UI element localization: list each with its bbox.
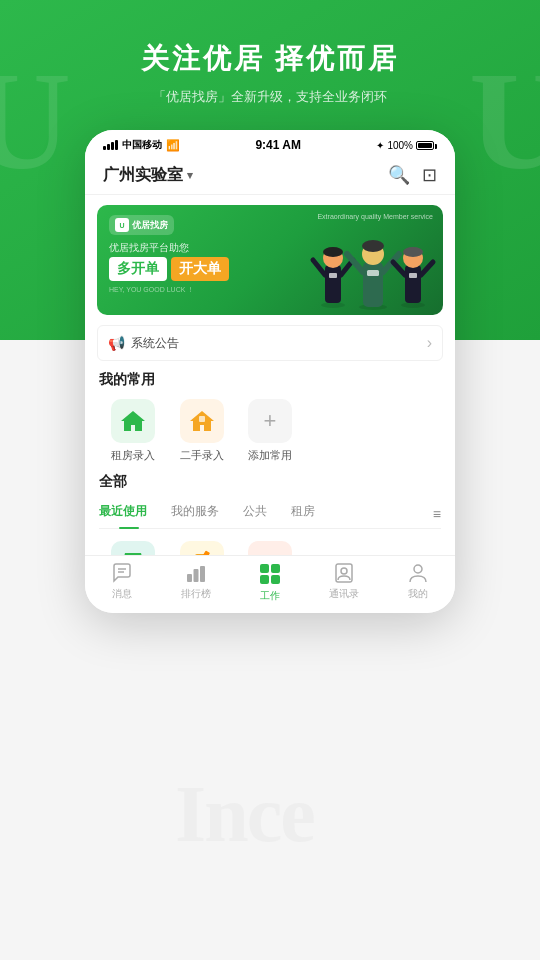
hero-subtitle: 「优居找房」全新升级，支持全业务闭环 <box>0 88 540 106</box>
svg-rect-43 <box>260 575 269 584</box>
more-tabs-icon[interactable]: ≡ <box>433 506 441 522</box>
svg-line-18 <box>421 262 433 275</box>
tab-public[interactable]: 公共 <box>231 499 279 528</box>
svg-rect-20 <box>409 273 417 278</box>
svg-rect-13 <box>367 270 379 276</box>
nav-item-messages[interactable]: 消息 <box>85 562 159 603</box>
banner-btn1: 多开单 <box>109 257 167 281</box>
nav-label-messages: 消息 <box>112 587 132 601</box>
banner-illustration <box>303 210 443 315</box>
svg-rect-38 <box>187 574 192 582</box>
add-icon-box: + <box>248 399 292 443</box>
carrier-label: 中国移动 <box>122 138 162 152</box>
svg-rect-23 <box>199 416 205 422</box>
notice-bar[interactable]: 📢 系统公告 › <box>97 325 443 361</box>
nav-item-contacts[interactable]: 通讯录 <box>307 562 381 603</box>
app-topbar: 广州实验室 ▾ 🔍 ⊡ <box>85 156 455 195</box>
location-selector[interactable]: 广州实验室 ▾ <box>103 165 193 186</box>
svg-rect-1 <box>325 265 341 303</box>
quick-icons-row: 租房录入 二手录入 + 添加 <box>99 399 441 463</box>
time-display: 9:41 AM <box>255 138 301 152</box>
svg-rect-42 <box>271 564 280 573</box>
page-background: U U 关注优居 择优而居 「优居找房」全新升级，支持全业务闭环 Ince 中国… <box>0 0 540 960</box>
svg-marker-21 <box>121 411 145 431</box>
location-text: 广州实验室 <box>103 165 183 186</box>
hero-title: 关注优居 择优而居 <box>0 40 540 78</box>
nav-label-contacts: 通讯录 <box>329 587 359 601</box>
banner-logo: U 优居找房 <box>109 215 174 235</box>
quick-item-rental[interactable]: 租房录入 <box>99 399 167 463</box>
carrier-info: 中国移动 📶 <box>103 138 180 152</box>
messages-icon <box>111 562 133 584</box>
wifi-icon: 📶 <box>166 139 180 152</box>
secondhand-label: 二手录入 <box>180 448 224 463</box>
quick-item-add[interactable]: + 添加常用 <box>236 399 304 463</box>
battery-info: ✦ 100% <box>376 140 437 151</box>
nav-label-work: 工作 <box>260 589 280 603</box>
house-green-icon <box>119 407 147 435</box>
rental-label: 租房录入 <box>111 448 155 463</box>
top-content: 关注优居 择优而居 「优居找房」全新升级，支持全业务闭环 <box>0 0 540 106</box>
search-icon[interactable]: 🔍 <box>388 164 410 186</box>
nav-item-ranking[interactable]: 排行榜 <box>159 562 233 603</box>
notice-icon: 📢 <box>108 335 125 351</box>
svg-point-46 <box>341 568 347 574</box>
nav-item-mine[interactable]: 我的 <box>381 562 455 603</box>
plus-icon: + <box>264 408 277 434</box>
my-frequent-title: 我的常用 <box>99 371 441 389</box>
banner-main-text: 优居找房平台助您 多开单 开大单 HEY, YOU GOOD LUCK ！ <box>109 241 229 295</box>
svg-line-17 <box>393 262 405 275</box>
banner-buttons: 多开单 开大单 <box>109 257 229 281</box>
notice-text: 系统公告 <box>131 335 179 352</box>
svg-point-19 <box>403 247 423 257</box>
chevron-down-icon: ▾ <box>187 169 193 182</box>
house-orange-icon <box>188 407 216 435</box>
mine-icon <box>407 562 429 584</box>
svg-point-12 <box>362 240 384 252</box>
tab-recent[interactable]: 最近使用 <box>99 499 159 528</box>
banner-small-text: HEY, YOU GOOD LUCK ！ <box>109 285 229 295</box>
scan-icon[interactable]: ⊡ <box>422 164 437 186</box>
banner-btn2: 开大单 <box>171 257 229 281</box>
rental-icon-box <box>111 399 155 443</box>
status-bar: 中国移动 📶 9:41 AM ✦ 100% <box>85 130 455 156</box>
svg-rect-44 <box>271 575 280 584</box>
banner-logo-icon: U <box>115 218 129 232</box>
bluetooth-icon: ✦ <box>376 140 384 151</box>
svg-rect-39 <box>194 569 199 582</box>
phone-mockup: 中国移动 📶 9:41 AM ✦ 100% 广州实验室 ▾ <box>85 130 455 613</box>
topbar-actions: 🔍 ⊡ <box>388 164 437 186</box>
contacts-icon <box>333 562 355 584</box>
notice-left: 📢 系统公告 <box>108 335 179 352</box>
category-tabs: 最近使用 我的服务 公共 租房 ≡ <box>99 499 441 529</box>
secondhand-icon-box <box>180 399 224 443</box>
svg-rect-6 <box>329 273 337 278</box>
nav-item-work[interactable]: 工作 <box>233 562 307 603</box>
notice-arrow-icon: › <box>427 334 432 352</box>
tab-rental[interactable]: 租房 <box>279 499 327 528</box>
banner-logo-text: 优居找房 <box>132 219 168 232</box>
nav-label-ranking: 排行榜 <box>181 587 211 601</box>
svg-rect-15 <box>405 265 421 303</box>
ince-watermark: Ince <box>175 769 314 860</box>
work-icon <box>258 562 282 586</box>
nav-label-mine: 我的 <box>408 587 428 601</box>
quick-item-secondhand[interactable]: 二手录入 <box>167 399 235 463</box>
ranking-icon <box>185 562 207 584</box>
banner-top-line: 优居找房平台助您 <box>109 241 229 255</box>
svg-point-5 <box>323 247 343 257</box>
svg-point-47 <box>414 565 422 573</box>
battery-percent: 100% <box>387 140 413 151</box>
all-section-title: 全部 <box>99 473 441 491</box>
svg-line-3 <box>313 260 325 275</box>
my-frequent-section: 我的常用 租房录入 <box>85 361 455 469</box>
battery-icon <box>416 141 437 150</box>
svg-rect-40 <box>200 566 205 582</box>
signal-icon <box>103 140 118 150</box>
promo-banner[interactable]: U 优居找房 Extraordinary quality Member serv… <box>97 205 443 315</box>
tab-my-service[interactable]: 我的服务 <box>159 499 231 528</box>
svg-rect-8 <box>363 262 383 307</box>
svg-rect-41 <box>260 564 269 573</box>
add-label: 添加常用 <box>248 448 292 463</box>
bottom-navigation: 消息 排行榜 工作 <box>85 555 455 613</box>
